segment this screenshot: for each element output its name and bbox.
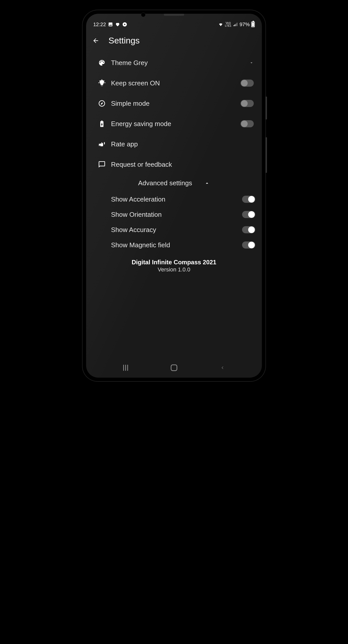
- energy-saving-row: Energy saving mode: [88, 114, 260, 134]
- app-bar: Settings: [86, 30, 262, 53]
- rate-app-row[interactable]: Rate app: [88, 134, 260, 154]
- nav-back-button[interactable]: [219, 364, 226, 372]
- feedback-row[interactable]: Request or feedback: [88, 154, 260, 175]
- status-time: 12:22: [93, 22, 106, 27]
- phone-screen: 12:22 Vo))LTE1 97% Settings Theme Gre: [86, 14, 262, 378]
- show-accuracy-row: Show Accuracy: [88, 222, 260, 237]
- page-title: Settings: [108, 36, 140, 45]
- simple-mode-toggle[interactable]: [241, 100, 254, 107]
- app-version: Version 1.0.0: [88, 266, 260, 273]
- show-magnetic-label: Show Magnetic field: [111, 241, 242, 249]
- palette-icon: [98, 59, 106, 67]
- keep-screen-row: Keep screen ON: [88, 73, 260, 93]
- keep-screen-toggle[interactable]: [241, 80, 254, 87]
- signal-icon: [233, 22, 238, 27]
- heart-icon: [115, 22, 120, 27]
- show-accuracy-toggle[interactable]: [242, 226, 255, 233]
- advanced-settings-label: Advanced settings: [138, 179, 192, 187]
- show-magnetic-toggle[interactable]: [242, 241, 255, 249]
- feedback-label: Request or feedback: [111, 161, 255, 168]
- wifi-icon: [218, 22, 223, 27]
- simple-mode-label: Simple mode: [111, 100, 241, 108]
- battery-charge-icon: [98, 120, 106, 128]
- show-acceleration-label: Show Acceleration: [111, 195, 242, 203]
- theme-label: Theme Grey: [111, 59, 249, 67]
- show-accuracy-label: Show Accuracy: [111, 226, 242, 234]
- thumbs-icon: [98, 140, 106, 148]
- compass-icon: [98, 100, 106, 107]
- app-name: Digital Infinite Compass 2021: [88, 259, 260, 266]
- svg-point-1: [124, 24, 125, 25]
- chevron-up-icon: [204, 180, 210, 186]
- show-orientation-row: Show Orientation: [88, 207, 260, 222]
- theme-row[interactable]: Theme Grey: [88, 53, 260, 73]
- disc-icon: [122, 22, 127, 27]
- show-orientation-label: Show Orientation: [111, 211, 242, 219]
- nav-home-button[interactable]: [170, 364, 178, 372]
- phone-frame: 12:22 Vo))LTE1 97% Settings Theme Gre: [83, 10, 265, 381]
- volte-label: Vo))LTE1: [225, 22, 231, 27]
- show-orientation-toggle[interactable]: [242, 211, 255, 218]
- chat-icon: [98, 161, 106, 168]
- system-nav-bar: [86, 364, 262, 372]
- bulb-icon: [98, 79, 106, 87]
- advanced-settings-header[interactable]: Advanced settings: [88, 175, 260, 192]
- phone-notch: [164, 14, 184, 16]
- nav-recent-button[interactable]: [122, 364, 129, 372]
- keep-screen-label: Keep screen ON: [111, 79, 241, 87]
- battery-icon: [251, 22, 255, 27]
- energy-saving-toggle[interactable]: [241, 120, 254, 127]
- chevron-down-icon: [249, 60, 254, 65]
- show-magnetic-row: Show Magnetic field: [88, 237, 260, 253]
- status-bar: 12:22 Vo))LTE1 97%: [86, 18, 262, 30]
- battery-percent: 97%: [240, 22, 250, 27]
- back-arrow-icon[interactable]: [92, 37, 99, 44]
- phone-side-button: [265, 137, 267, 173]
- show-acceleration-toggle[interactable]: [242, 196, 255, 203]
- image-icon: [108, 22, 113, 27]
- energy-saving-label: Energy saving mode: [111, 120, 241, 128]
- about-section: Digital Infinite Compass 2021 Version 1.…: [88, 259, 260, 273]
- simple-mode-row: Simple mode: [88, 93, 260, 114]
- phone-side-button: [265, 97, 267, 119]
- rate-app-label: Rate app: [111, 140, 255, 148]
- settings-list: Theme Grey Keep screen ON Simple mode En…: [86, 53, 262, 273]
- show-acceleration-row: Show Acceleration: [88, 192, 260, 207]
